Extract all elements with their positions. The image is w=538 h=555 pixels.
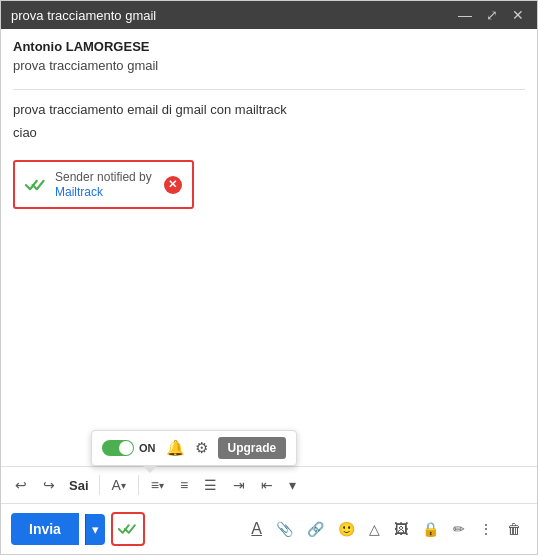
- mailtrack-popup-wrapper: ON 🔔 ⚙ Upgrade: [1, 426, 537, 466]
- photo-icon: 🖼: [394, 521, 408, 537]
- bottom-bar: Invia ▾ A 📎 🔗: [1, 503, 537, 554]
- minimize-button[interactable]: —: [455, 7, 475, 23]
- compose-toolbar: ↩ ↪ Sai A ▾ ≡ ▾ ≡ ☰: [1, 466, 537, 503]
- more-icon: ▾: [289, 477, 296, 493]
- outdent-button[interactable]: ⇤: [255, 473, 279, 497]
- indent-icon: ⇥: [233, 477, 245, 493]
- link-icon: 🔗: [307, 521, 324, 537]
- title-bar-controls: — ⤢ ✕: [455, 7, 527, 23]
- mailtrack-popup: ON 🔔 ⚙ Upgrade: [91, 430, 297, 466]
- lock-icon: 🔒: [422, 521, 439, 537]
- double-check-icon: [25, 177, 47, 193]
- toggle-switch[interactable]: ON: [102, 440, 156, 456]
- divider: [13, 89, 525, 90]
- align-button[interactable]: ≡ ▾: [145, 473, 170, 497]
- notified-text-area: Sender notified by Mailtrack: [55, 170, 152, 199]
- photo-button[interactable]: 🖼: [388, 517, 414, 541]
- notified-label: Sender notified by: [55, 170, 152, 184]
- gear-icon[interactable]: ⚙: [195, 439, 208, 457]
- email-body-line1: prova tracciamento email di gmail con ma…: [13, 102, 525, 117]
- drive-icon: △: [369, 521, 380, 537]
- text-format-button[interactable]: A: [245, 516, 268, 542]
- signature-button[interactable]: ✏: [447, 517, 471, 541]
- bottom-icons: A 📎 🔗 🙂 △ 🖼 🔒: [245, 516, 527, 542]
- email-subject: prova tracciamento gmail: [13, 58, 525, 73]
- attachment-button[interactable]: 📎: [270, 517, 299, 541]
- sender-name: Antonio LAMORGESE: [13, 39, 525, 54]
- mailtrack-notification: Sender notified by Mailtrack ✕: [13, 160, 194, 209]
- text-format-icon: A: [251, 520, 262, 538]
- ordered-list-icon: ≡: [180, 477, 188, 493]
- title-bar: prova tracciamento gmail — ⤢ ✕: [1, 1, 537, 29]
- upgrade-button[interactable]: Upgrade: [218, 437, 287, 459]
- toolbar-divider-2: [138, 475, 139, 495]
- more-formatting-button[interactable]: ▾: [283, 473, 302, 497]
- toggle-knob: [119, 441, 133, 455]
- font-size-icon: A: [112, 477, 121, 493]
- signature-icon: ✏: [453, 521, 465, 537]
- font-size-dropdown-icon: ▾: [121, 480, 126, 491]
- bell-icon[interactable]: 🔔: [166, 439, 185, 457]
- delete-button[interactable]: 🗑: [501, 517, 527, 541]
- window-title: prova tracciamento gmail: [11, 8, 156, 23]
- emoji-icon: 🙂: [338, 521, 355, 537]
- email-body-line2: ciao: [13, 125, 525, 140]
- toolbar-divider-1: [99, 475, 100, 495]
- align-dropdown-icon: ▾: [159, 480, 164, 491]
- link-button[interactable]: 🔗: [301, 517, 330, 541]
- lock-button[interactable]: 🔒: [416, 517, 445, 541]
- attachment-icon: 📎: [276, 521, 293, 537]
- emoji-button[interactable]: 🙂: [332, 517, 361, 541]
- mailtrack-close-button[interactable]: ✕: [164, 176, 182, 194]
- on-label: ON: [139, 442, 156, 454]
- indent-button[interactable]: ⇥: [227, 473, 251, 497]
- formatting-label: Sai: [65, 476, 93, 495]
- undo-button[interactable]: ↩: [9, 473, 33, 497]
- redo-button[interactable]: ↪: [37, 473, 61, 497]
- close-button[interactable]: ✕: [509, 7, 527, 23]
- drive-button[interactable]: △: [363, 517, 386, 541]
- unordered-list-icon: ☰: [204, 477, 217, 493]
- unordered-list-button[interactable]: ☰: [198, 473, 223, 497]
- send-dropdown-button[interactable]: ▾: [85, 514, 105, 545]
- mailtrack-check-button[interactable]: [111, 512, 145, 546]
- send-dropdown-icon: ▾: [92, 522, 99, 537]
- more-options-icon: ⋮: [479, 521, 493, 537]
- toolbar-area: ON 🔔 ⚙ Upgrade ↩ ↪ Sai A ▾ ≡ ▾: [1, 426, 537, 554]
- send-button[interactable]: Invia: [11, 513, 79, 545]
- compose-body: Antonio LAMORGESE prova tracciamento gma…: [1, 29, 537, 426]
- ordered-list-button[interactable]: ≡: [174, 473, 194, 497]
- outdent-icon: ⇤: [261, 477, 273, 493]
- toggle-track[interactable]: [102, 440, 134, 456]
- maximize-button[interactable]: ⤢: [483, 7, 501, 23]
- compose-window: prova tracciamento gmail — ⤢ ✕ Antonio L…: [0, 0, 538, 555]
- mailtrack-link[interactable]: Mailtrack: [55, 185, 152, 199]
- more-options-button[interactable]: ⋮: [473, 517, 499, 541]
- delete-icon: 🗑: [507, 521, 521, 537]
- font-size-button[interactable]: A ▾: [106, 473, 132, 497]
- align-icon: ≡: [151, 477, 159, 493]
